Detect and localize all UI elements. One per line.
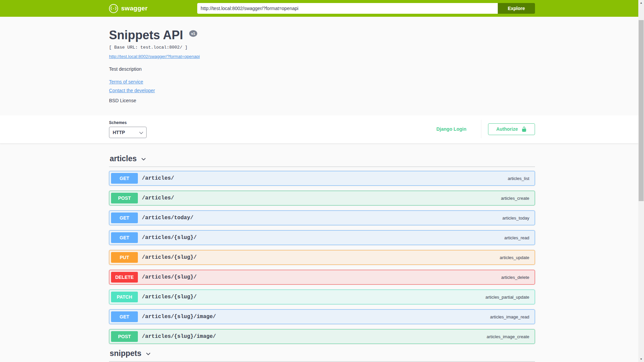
explore-form: Explore <box>197 3 535 14</box>
method-badge: GET <box>111 213 138 223</box>
scrollbar[interactable]: ▲ ▼ <box>638 0 644 362</box>
authorize-button[interactable]: Authorize <box>488 123 535 135</box>
operation-id: articles_partial_update <box>485 295 531 300</box>
operation-id: articles_delete <box>501 275 531 280</box>
operation-id: articles_create <box>501 196 531 201</box>
operation-id: articles_read <box>504 235 531 240</box>
operation-path: /articles/{slug}/ <box>142 254 197 260</box>
operation-path: /articles/{slug}/ <box>142 294 197 300</box>
api-url-input[interactable] <box>197 3 497 14</box>
operation-path: /articles/{slug}/image/ <box>142 314 216 320</box>
method-badge: PATCH <box>111 292 138 302</box>
method-badge: GET <box>111 311 138 322</box>
scheme-section: Schemes HTTP Django Login Authorize <box>0 115 644 143</box>
operation-path: /articles/ <box>142 175 174 181</box>
operation-path: /articles/{slug}/ <box>142 274 197 280</box>
swagger-logo-icon: {-} <box>109 4 118 13</box>
api-title-text: Snippets API <box>109 28 183 42</box>
operation-path: /articles/today/ <box>142 215 194 221</box>
operation-row[interactable]: DELETE /articles/{slug}/ articles_delete <box>109 270 535 285</box>
operation-row[interactable]: PUT /articles/{slug}/ articles_update <box>109 250 535 265</box>
method-badge: POST <box>111 193 138 203</box>
contact-developer-link[interactable]: Contact the developer <box>109 88 155 93</box>
page-title: Snippets API v1 <box>109 28 535 42</box>
operation-path: /articles/{slug}/ <box>142 235 197 241</box>
chevron-down-icon <box>140 156 147 163</box>
method-badge: POST <box>111 331 138 342</box>
schemes-block: Schemes HTTP <box>109 120 147 138</box>
operation-row[interactable]: GET /articles/ articles_list <box>109 171 535 186</box>
auth-wrapper: Django Login Authorize <box>430 120 535 138</box>
operation-row[interactable]: GET /articles/today/ articles_today <box>109 210 535 225</box>
license-text: BSD License <box>109 98 535 103</box>
operation-row[interactable]: POST /articles/ articles_create <box>109 191 535 205</box>
operation-id: articles_today <box>502 216 531 221</box>
operation-id: articles_image_read <box>490 314 531 319</box>
scrollbar-thumb[interactable] <box>639 20 644 201</box>
operation-list: GET /articles/ articles_list POST /artic… <box>109 171 535 344</box>
tag-section-header[interactable]: articles <box>109 154 535 167</box>
method-badge: GET <box>111 173 138 184</box>
operation-path: /articles/{slug}/image/ <box>142 334 216 340</box>
explore-button[interactable]: Explore <box>498 3 535 14</box>
brand-text: swagger <box>121 5 148 12</box>
operation-row[interactable]: GET /articles/{slug}/image/ articles_ima… <box>109 309 535 324</box>
api-description: Test description <box>109 66 535 72</box>
schemes-select-wrap: HTTP <box>109 127 147 138</box>
django-login-button[interactable]: Django Login <box>430 124 473 134</box>
info-section: Snippets API v1 [ Base URL: test.local:8… <box>0 17 644 115</box>
authorize-label: Authorize <box>496 126 518 132</box>
method-badge: PUT <box>111 252 138 263</box>
schemes-label: Schemes <box>109 120 147 125</box>
operation-path: /articles/ <box>142 195 174 201</box>
topbar: {-} swagger Explore <box>0 0 644 17</box>
operation-row[interactable]: PATCH /articles/{slug}/ articles_partial… <box>109 290 535 304</box>
operations-area: articles GET /articles/ articles_list PO… <box>0 143 644 362</box>
operation-id: articles_list <box>508 176 531 181</box>
spec-link[interactable]: http://test.local:8002/swagger/?format=o… <box>109 54 200 59</box>
method-badge: GET <box>111 232 138 243</box>
unlock-icon <box>521 126 527 132</box>
base-url-text: [ Base URL: test.local:8002/ ] <box>109 45 535 50</box>
chevron-down-icon <box>145 351 152 357</box>
version-badge: v1 <box>189 30 197 37</box>
method-badge: DELETE <box>111 272 138 283</box>
operation-id: articles_image_create <box>487 334 531 339</box>
operation-row[interactable]: POST /articles/{slug}/image/ articles_im… <box>109 329 535 344</box>
button-divider <box>481 120 481 138</box>
scroll-up-arrow-icon[interactable]: ▲ <box>638 0 644 6</box>
tag-section: snippets GET /snippets/ snippets_list <box>109 349 535 362</box>
tag-section: articles GET /articles/ articles_list PO… <box>109 154 535 344</box>
operation-id: articles_update <box>500 255 531 260</box>
operation-row[interactable]: GET /articles/{slug}/ articles_read <box>109 230 535 245</box>
terms-of-service-link[interactable]: Terms of service <box>109 79 143 84</box>
section-title: articles <box>110 154 137 163</box>
section-title: snippets <box>110 349 142 358</box>
brand: {-} swagger <box>109 4 148 13</box>
scroll-down-arrow-icon[interactable]: ▼ <box>638 356 644 362</box>
schemes-select[interactable]: HTTP <box>109 127 147 138</box>
tag-section-header[interactable]: snippets <box>109 349 535 362</box>
